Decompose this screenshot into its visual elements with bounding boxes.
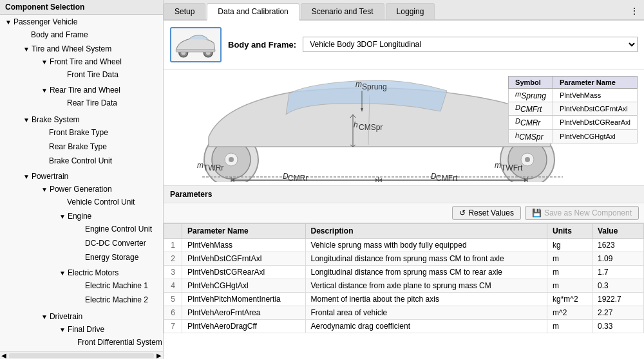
- tree-arrow: ▼: [23, 173, 30, 180]
- param-cell: PlntVehCGHgtAxl: [553, 129, 637, 143]
- tree-arrow: ▼: [41, 313, 48, 320]
- tree-item-label[interactable]: Rear Brake Type: [18, 141, 163, 152]
- units-cell: m: [547, 279, 592, 293]
- body-frame-select[interactable]: Vehicle Body 3DOF Longitudinal: [303, 37, 638, 52]
- tree-arrow: ▼: [41, 59, 48, 66]
- tree-arrow: ▼: [41, 87, 48, 94]
- table-row: 6 PlntVehAeroFrntArea Frontal area of ve…: [164, 306, 644, 320]
- tree-item[interactable]: Brake Control Unit: [18, 154, 163, 168]
- description-cell: Frontal area of vehicle: [305, 306, 547, 320]
- tree-item-label[interactable]: Body and Frame: [9, 29, 163, 41]
- tree-item-label[interactable]: ▼ Drivetrain: [18, 311, 163, 322]
- tree-item-text: Rear Tire and Wheel: [50, 86, 120, 95]
- tree-children: Engine Control Unit DC-DC Converter Ener…: [27, 222, 163, 264]
- tree-item[interactable]: ▼ Electric Motors Electric Machine 1 Ele…: [27, 266, 163, 308]
- tree-children: Electric Machine 1 Electric Machine 2: [27, 279, 163, 307]
- tree-item[interactable]: Front Tire Data: [27, 68, 163, 82]
- description-cell: Vehicle sprung mass with body fully equi…: [305, 239, 547, 252]
- tree-item-label[interactable]: ▼ Rear Tire and Wheel: [18, 84, 163, 96]
- tree-item-label[interactable]: Electric Machine 2: [36, 294, 163, 306]
- tree-item-text: Body and Frame: [31, 30, 88, 39]
- save-component-button[interactable]: 💾 Save as New Component: [525, 206, 639, 220]
- tree-item[interactable]: ▼ Tire and Wheel System ▼ Front Tire and…: [9, 42, 163, 113]
- svg-point-12: [525, 157, 530, 162]
- tree-item[interactable]: Rear Brake Type: [18, 140, 163, 154]
- tree-item-label[interactable]: ▼ Powertrain: [9, 170, 163, 182]
- tree-item-label[interactable]: ▼ Front Tire and Wheel: [18, 56, 163, 68]
- tab-data-calibration[interactable]: Data and Calibration: [207, 3, 299, 21]
- tree-children: ▼ Front Tire and Wheel Front Tire Data ▼…: [9, 55, 163, 111]
- tree-item[interactable]: ▼ Engine Engine Control Unit DC-DC Conve…: [27, 209, 163, 266]
- tree-item[interactable]: Electric Machine 1: [36, 279, 163, 293]
- units-cell: m: [547, 252, 592, 266]
- tree-item-text: Front Tire Data: [67, 70, 118, 79]
- tree-item[interactable]: Energy Storage: [36, 250, 163, 264]
- tree-item-label[interactable]: ▼ Tire and Wheel System: [9, 43, 163, 55]
- tree-item-label[interactable]: Rear Tire Data: [27, 97, 163, 109]
- tree-item[interactable]: Front Differential System: [36, 335, 163, 349]
- tree-item[interactable]: Electric Machine 2: [36, 293, 163, 307]
- tree-item[interactable]: ▼ Front Tire and Wheel Front Tire Data: [18, 55, 163, 83]
- tab-logging[interactable]: Logging: [386, 3, 435, 19]
- tree-item-label[interactable]: Front Brake Type: [18, 127, 163, 138]
- car-thumbnail[interactable]: [170, 27, 222, 62]
- tree-arrow: ▼: [59, 326, 66, 333]
- tree-item-label[interactable]: Front Differential System: [36, 336, 163, 348]
- tree-item-label[interactable]: ▼ Passenger Vehicle: [0, 16, 163, 28]
- reset-values-button[interactable]: ↺ Reset Values: [452, 206, 520, 220]
- tab-setup[interactable]: Setup: [164, 3, 205, 19]
- tree-item[interactable]: DC-DC Converter: [36, 236, 163, 250]
- value-cell[interactable]: 1922.7: [592, 293, 644, 306]
- tab-scenario-test[interactable]: Scenario and Test: [301, 3, 384, 19]
- sidebar-scrollbar[interactable]: ◀ ▶: [0, 351, 163, 359]
- tree-item[interactable]: ▼ Brake System Front Brake Type Rear Bra…: [9, 113, 163, 169]
- table-row: 4 PlntVehCGHgtAxl Vertical distance from…: [164, 279, 644, 293]
- value-cell[interactable]: 2.27: [592, 306, 644, 320]
- tree-item-label[interactable]: DC-DC Converter: [36, 237, 163, 249]
- value-cell[interactable]: 1623: [592, 239, 644, 252]
- col-description: Description: [305, 224, 547, 239]
- tree-item[interactable]: ▼ Rear Tire and Wheel Rear Tire Data: [18, 83, 163, 111]
- svg-rect-4: [176, 50, 214, 52]
- tree-arrow: ▼: [41, 186, 48, 193]
- tree-item-text: Energy Storage: [85, 253, 138, 262]
- tree-item[interactable]: Rear Tire Data: [27, 96, 163, 110]
- tree-item[interactable]: Body and Frame: [9, 28, 163, 42]
- tree-item-label[interactable]: ▼ Final Drive: [27, 324, 163, 335]
- tree-item-label[interactable]: ▼ Engine: [27, 210, 163, 222]
- tree-item[interactable]: Front Brake Type: [18, 125, 163, 140]
- scroll-left-arrow[interactable]: ◀: [0, 352, 8, 360]
- col-param-name: Parameter Name: [182, 224, 306, 239]
- scroll-right-arrow[interactable]: ▶: [155, 352, 163, 360]
- tree-children: Front Tire Data: [18, 68, 163, 82]
- svg-text:m: m: [197, 161, 204, 170]
- tree-item-label[interactable]: Engine Control Unit: [36, 223, 163, 235]
- tree-item[interactable]: ▼ Final Drive Front Differential System …: [27, 322, 163, 351]
- table-row: 5 PlntVehPitchMomentInertia Moment of in…: [164, 293, 644, 306]
- tree-item[interactable]: ▼ Power Generation Vehicle Control Unit …: [18, 182, 163, 309]
- tree-item-label[interactable]: ▼ Power Generation: [18, 183, 163, 195]
- value-cell[interactable]: 0.3: [592, 279, 644, 293]
- row-number: 2: [164, 252, 182, 266]
- tree-item-label[interactable]: Front Tire Data: [27, 69, 163, 80]
- value-cell[interactable]: 1.7: [592, 266, 644, 279]
- params-table-container[interactable]: Parameter Name Description Units Value 1…: [164, 223, 644, 359]
- tree-item[interactable]: ▼ Powertrain ▼ Power Generation Vehicle …: [9, 169, 163, 351]
- tab-more-menu[interactable]: ⋮: [625, 3, 644, 19]
- tree-item-label[interactable]: Electric Machine 1: [36, 280, 163, 291]
- sidebar: Component Selection ▼ Passenger Vehicle …: [0, 0, 164, 359]
- value-cell[interactable]: 0.33: [592, 320, 644, 333]
- tree-item-label[interactable]: Vehicle Control Unit: [27, 196, 163, 208]
- tree-item[interactable]: Vehicle Control Unit: [27, 195, 163, 209]
- tree-children: ▼ Final Drive Front Differential System …: [18, 322, 163, 351]
- tree-item-label[interactable]: ▼ Brake System: [9, 114, 163, 125]
- table-row: 7 PlntVehAeroDragCff Aerodynamic drag co…: [164, 320, 644, 333]
- svg-text:CMRr: CMRr: [288, 174, 308, 182]
- tree-item-label[interactable]: Energy Storage: [36, 252, 163, 263]
- tree-item[interactable]: ▼ Passenger Vehicle Body and Frame ▼ Tir…: [0, 15, 163, 351]
- value-cell[interactable]: 1.09: [592, 252, 644, 266]
- tree-item-label[interactable]: Brake Control Unit: [18, 155, 163, 167]
- tree-item[interactable]: Engine Control Unit: [36, 222, 163, 236]
- tree-item-label[interactable]: ▼ Electric Motors: [27, 267, 163, 279]
- tree-item[interactable]: ▼ Drivetrain ▼ Final Drive Front Differe…: [18, 309, 163, 351]
